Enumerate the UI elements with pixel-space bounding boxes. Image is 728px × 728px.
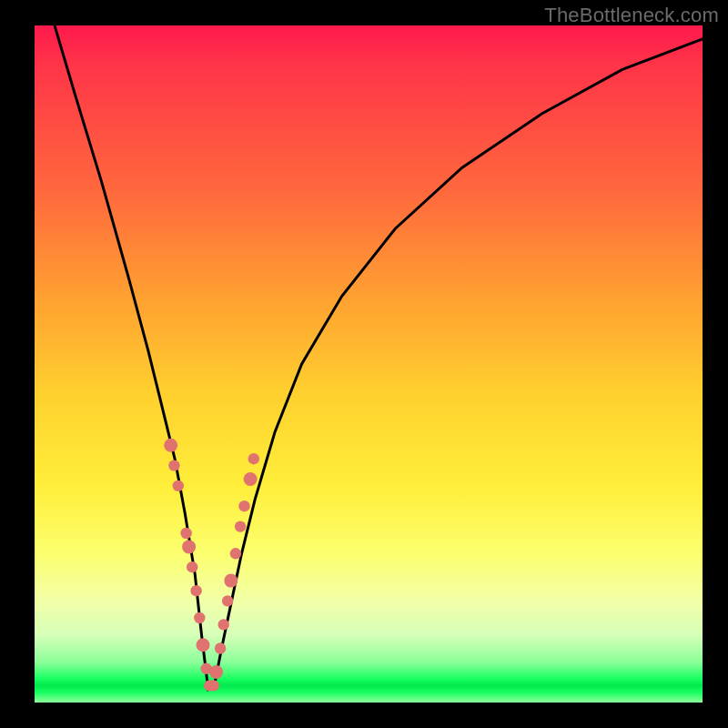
marker-dot: [218, 619, 229, 630]
marker-dot: [164, 439, 177, 452]
plot-area: [35, 25, 703, 703]
curve-layer: [55, 25, 703, 689]
marker-dot: [248, 453, 259, 464]
marker-dot: [222, 595, 233, 606]
marker-dot: [235, 521, 246, 531]
marker-dot: [182, 540, 196, 553]
outer-frame: TheBottleneck.com: [0, 0, 728, 728]
marker-dot: [180, 528, 191, 539]
marker-dot: [168, 460, 179, 470]
marker-dot: [230, 548, 241, 559]
marker-dot: [215, 642, 226, 653]
marker-dot: [194, 612, 205, 623]
bottleneck-curve: [55, 25, 703, 689]
marker-dot: [190, 585, 201, 596]
chart-svg: [35, 25, 703, 703]
marker-dot: [244, 472, 258, 486]
marker-dot: [208, 680, 219, 691]
marker-dot: [187, 561, 197, 572]
marker-dot: [209, 665, 223, 679]
marker-dot: [197, 638, 210, 652]
marker-dot: [224, 574, 238, 588]
marker-dot: [238, 500, 249, 511]
watermark-text: TheBottleneck.com: [544, 4, 719, 27]
marker-dot: [173, 480, 184, 491]
